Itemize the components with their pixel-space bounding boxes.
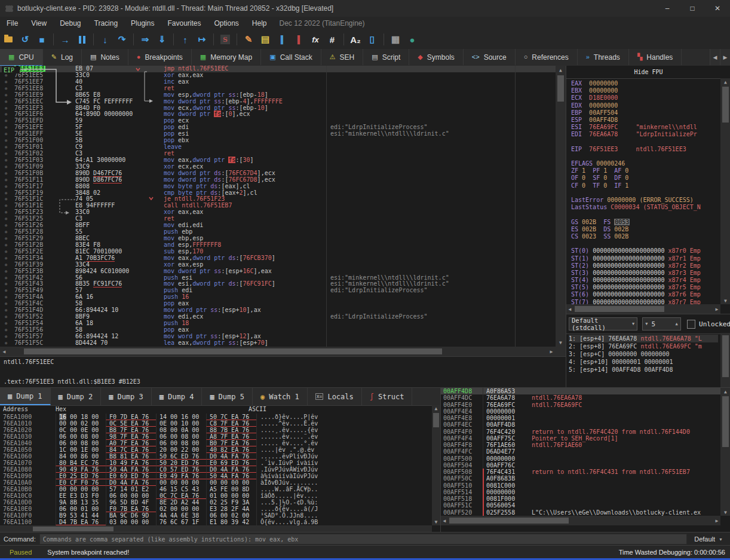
disasm-horizontal-scrollbar[interactable]: ◀ ▶ xyxy=(0,347,566,356)
command-profile-select[interactable]: Default▼ xyxy=(687,535,730,543)
unlocked-checkbox[interactable] xyxy=(687,320,695,329)
dump-row[interactable]: 76EA100016 00 18 00F0 7D EA 7614 00 16 0… xyxy=(0,414,432,420)
assemble-icon[interactable]: ✎ xyxy=(241,32,256,47)
close-button[interactable]: ✕ xyxy=(705,0,730,17)
register-line[interactable]: ST(2) 00000000000000000000 x87r2 Emp xyxy=(571,262,720,270)
sequence-icon[interactable]: # xyxy=(324,32,340,47)
dump-row[interactable]: 76EA104006 00 08 00A0 7F EA 7606 00 08 0… xyxy=(0,440,432,446)
tab-notes[interactable]: ▤Notes xyxy=(82,49,128,65)
tab-dump-2[interactable]: ▦Dump 2 xyxy=(51,388,102,405)
dump-row[interactable]: 76EA10F0B9 53 41 44BA 9C D6 9D4A 4A 6E 3… xyxy=(0,512,432,519)
register-line[interactable]: ZF 1 PF 1 AF 0 xyxy=(571,167,720,175)
argument-row[interactable]: 1: [esp+4] 76EA6A78 ntdll.76EA6A78 "L xyxy=(569,335,718,342)
stack-row[interactable]: 00AFF4F076F4C420return to ntdll.76F4C420… xyxy=(441,429,720,435)
breakpoint-dot-icon[interactable]: ● xyxy=(0,340,12,347)
register-line[interactable]: ECX D18E0000 xyxy=(571,94,720,102)
pause-icon[interactable] xyxy=(74,32,90,47)
register-line[interactable]: LastError 00000000 (ERROR_SUCCESS) xyxy=(571,197,720,204)
menu-item-favourites[interactable]: Favourites xyxy=(161,17,207,30)
disasm-row[interactable]: ●76F51F3933C4xor eax,esp xyxy=(0,262,556,268)
register-line[interactable]: GS 002B FS 0053 xyxy=(571,219,720,226)
menu-item-tracing[interactable]: Tracing xyxy=(88,17,125,30)
calculator-icon[interactable]: ▦ xyxy=(388,32,403,47)
register-line[interactable]: CF 0 TF 0 IF 1 xyxy=(571,182,720,189)
breakpoint-dot-icon[interactable]: ● xyxy=(0,79,12,85)
dump-row[interactable]: 76EA1100D4 7B EA 7603 00 00 0076 6C 67 1… xyxy=(0,519,432,525)
breakpoint-dot-icon[interactable]: ● xyxy=(0,111,12,118)
dump-row[interactable]: 76EA108090 49 FA 7650 4A FA 76C0 57 ED 7… xyxy=(0,466,432,473)
stop-icon[interactable]: ■ xyxy=(34,32,50,47)
tab-scroll-right-icon[interactable]: ▶ xyxy=(720,49,730,65)
function-icon[interactable]: fx xyxy=(308,32,323,47)
register-line[interactable]: ST(6) 00000000000000000000 x87r6 Emp xyxy=(571,291,720,298)
register-line[interactable]: LastStatus C0000034 (STATUS_OBJECT_N xyxy=(571,204,720,211)
breakpoint-dot-icon[interactable]: ● xyxy=(0,262,12,268)
stack-row[interactable]: 00AFF4D8A0F86A53 xyxy=(441,388,720,394)
breakpoint-dot-icon[interactable]: ● xyxy=(0,255,12,262)
tab-handles[interactable]: ▚Handles xyxy=(629,49,682,65)
stack-horizontal-scrollbar[interactable]: ◀ ▶ xyxy=(441,516,720,525)
run-to-user-code-icon[interactable]: ⇒ xyxy=(137,32,153,47)
stack-row[interactable]: 00AFF50000000000 xyxy=(441,455,720,462)
run-icon[interactable]: → xyxy=(57,32,73,47)
arguments-vertical-scrollbar[interactable] xyxy=(720,333,730,387)
register-line[interactable]: EAX 00000000 xyxy=(571,80,720,87)
dump-row[interactable]: 76EA107080 B4 EC 7610 49 FA 7650 20 ED 7… xyxy=(0,460,432,466)
breakpoint-dot-icon[interactable]: ● xyxy=(0,333,12,340)
menu-item-debug[interactable]: Debug xyxy=(53,17,87,30)
dump-row[interactable]: 76EA10501C 00 1E 0084 7C EA 7620 00 22 0… xyxy=(0,446,432,453)
disasm-row[interactable]: ●76F51F5C8D4424 70lea eax,dword ptr ss:[… xyxy=(0,340,556,347)
tab-script[interactable]: ▤Script xyxy=(363,49,409,65)
tab-seh[interactable]: ⚠SEH xyxy=(321,49,364,65)
stack-row[interactable]: 00AFF4E400000000 xyxy=(441,408,720,415)
comment-icon[interactable]: ▤ xyxy=(257,32,273,47)
breakpoint-dot-icon[interactable]: ● xyxy=(0,157,12,164)
registers-horizontal-scrollbar[interactable]: ◀ ▶ xyxy=(566,304,720,314)
stack-row[interactable]: 00AFF4E076EA69FCntdll.76EA69FC xyxy=(441,402,720,408)
tab-breakpoints[interactable]: ●Breakpoints xyxy=(128,49,192,65)
breakpoint-dot-icon[interactable]: ● xyxy=(0,229,12,235)
breakpoint-dot-icon[interactable]: ● xyxy=(0,72,12,79)
breakpoint-dot-icon[interactable]: ● xyxy=(0,105,12,112)
calling-convention-select[interactable]: Default (stdcall)▼ xyxy=(569,317,637,331)
minimize-button[interactable]: – xyxy=(655,0,680,17)
disasm-row[interactable]: ●76F51EFD59pop ecx xyxy=(0,118,556,124)
register-line[interactable]: ST(4) 00000000000000000000 x87r4 Emp xyxy=(571,277,720,284)
tab-dump-4[interactable]: ▦Dump 4 xyxy=(152,388,203,405)
disasm-vertical-scrollbar[interactable]: ▲ ▼ xyxy=(556,66,566,347)
trace-into-icon[interactable]: ↦ xyxy=(194,32,210,47)
breakpoint-dot-icon[interactable]: ● xyxy=(0,222,12,229)
tab-cpu[interactable]: ▦CPU xyxy=(0,49,43,66)
breakpoint-dot-icon[interactable]: ● xyxy=(0,209,12,216)
bookmark-icon[interactable]: ∥ xyxy=(291,32,306,47)
breakpoint-dot-icon[interactable]: ● xyxy=(0,314,12,320)
disasm-row[interactable]: ●76F51F11890D D867FC76mov dword ptr ds:[… xyxy=(0,177,556,183)
breakpoint-dot-icon[interactable]: ● xyxy=(0,281,12,287)
step-into-icon[interactable]: ↓ xyxy=(97,32,113,47)
breakpoint-dot-icon[interactable]: ● xyxy=(0,137,12,144)
dump-row[interactable]: 76EA101000 00 02 000C 5E EA 760E 00 10 0… xyxy=(0,420,432,427)
breakpoint-dot-icon[interactable]: ● xyxy=(0,144,12,151)
dump-row[interactable]: 76EA10B000 00 00 0057 14 01 E246 15 C5 4… xyxy=(0,486,432,492)
breakpoint-dot-icon[interactable]: ● xyxy=(0,124,12,131)
breakpoint-dot-icon[interactable]: ● xyxy=(0,164,12,170)
disasm-row[interactable]: ●76F51EFF5Epop esiesi:"minkernel\\ntdll\… xyxy=(0,131,556,137)
breakpoint-dot-icon[interactable]: ● xyxy=(0,287,12,294)
menu-item-file[interactable]: File xyxy=(0,17,24,30)
breakpoint-dot-icon[interactable]: ● xyxy=(0,85,12,92)
restart-icon[interactable]: ↺ xyxy=(17,32,33,47)
stack-row[interactable]: 00AFF5180081F000 xyxy=(441,495,720,502)
dump-vertical-scrollbar[interactable]: ▲ ▼ xyxy=(432,405,440,525)
font-icon[interactable]: A₂ xyxy=(348,32,363,47)
disasm-row[interactable]: ●76F51EE740inc eax xyxy=(0,79,556,85)
breakpoint-dot-icon[interactable]: ● xyxy=(0,118,12,124)
breakpoint-dot-icon[interactable]: ● xyxy=(0,190,12,197)
tab-memory-map[interactable]: ▦Memory Map xyxy=(192,49,261,65)
tab-source[interactable]: <>Source xyxy=(464,49,516,65)
step-over-icon[interactable]: ↷ xyxy=(114,32,130,47)
register-line[interactable] xyxy=(571,189,720,197)
register-line[interactable] xyxy=(571,211,720,218)
disasm-row[interactable]: ●76F51F438B35 FC91FC76mov esi,dword ptr … xyxy=(0,281,556,287)
breakpoint-dot-icon[interactable]: ● xyxy=(0,183,12,190)
breakpoint-dot-icon[interactable]: ● xyxy=(0,196,12,203)
